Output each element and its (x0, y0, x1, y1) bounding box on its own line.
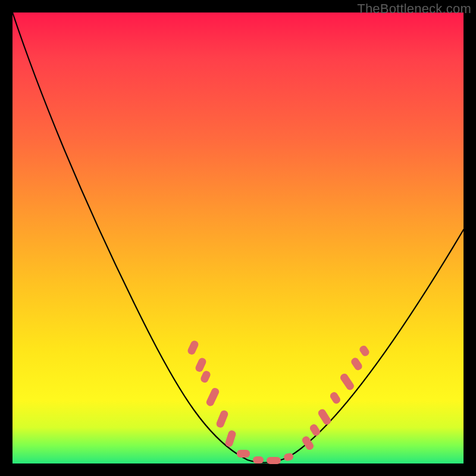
marker-dot (199, 369, 211, 384)
chart-frame: TheBottleneck.com (0, 0, 476, 476)
marker-dot (350, 356, 364, 372)
marker-dot (186, 340, 199, 356)
marker-dot (301, 435, 315, 451)
chart-svg (12, 12, 464, 464)
marker-dot (339, 372, 356, 392)
marker-dot (237, 450, 250, 458)
marker-dot (224, 430, 237, 448)
marker-dot (283, 452, 294, 461)
bottleneck-curve (12, 12, 464, 462)
marker-dot (329, 391, 342, 405)
marker-dot (317, 408, 332, 426)
marker-dot (194, 357, 207, 373)
marker-dot (205, 387, 220, 407)
marker-dot (267, 457, 281, 464)
marker-group (186, 340, 370, 464)
marker-dot (253, 456, 264, 464)
marker-dot (309, 423, 322, 437)
marker-dot (215, 409, 229, 429)
plot-area (12, 12, 464, 464)
watermark-text: TheBottleneck.com (357, 1, 471, 17)
marker-dot (358, 345, 371, 358)
